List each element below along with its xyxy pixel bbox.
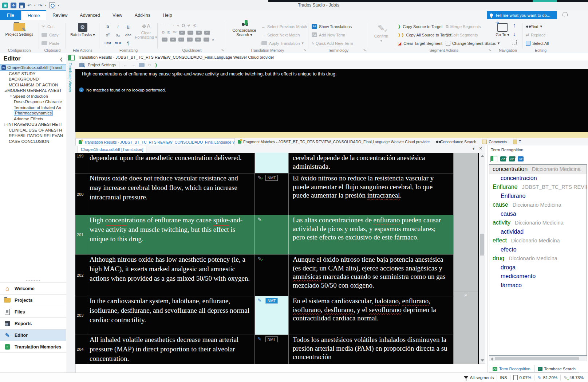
tab-translation-results[interactable]: Translation Results - JOBST_BT_TC_RTS RE… <box>75 138 235 145</box>
nav-files[interactable]: Files <box>0 306 66 317</box>
tab-more[interactable]: T <box>510 138 524 145</box>
termbase-viewer-icon[interactable] <box>490 156 497 162</box>
superscript-button[interactable]: x² <box>103 31 113 39</box>
select-previous-match-button[interactable]: ←Select Previous Match <box>261 22 307 31</box>
customize-qat-icon[interactable]: ▾ <box>58 4 59 7</box>
tag-pair-icon[interactable]: ‹› <box>170 38 176 42</box>
segment-status-cell[interactable]: ✎ NMT <box>255 296 289 335</box>
endash-insert-button[interactable]: – <box>168 23 170 28</box>
nav-editor[interactable]: ✎Editor <box>0 329 66 341</box>
redo-icon[interactable]: ↷ <box>38 3 43 8</box>
preview-icon[interactable] <box>49 2 55 8</box>
nav-translation-memories[interactable]: ≡Translation Memories <box>0 341 66 352</box>
tree-item-speed-of-induction[interactable]: ▷Speed of Induction <box>0 93 66 99</box>
scrollbar-thumb[interactable] <box>480 234 484 256</box>
tab-fragment-matches[interactable]: Fragment Matches - JOBST_BT_TC_RTS REVIE… <box>235 138 433 145</box>
degree-insert-button[interactable]: O <box>182 23 185 28</box>
source-cell[interactable]: All inhaled volatile anesthetics decreas… <box>87 335 255 364</box>
pilcrow-button[interactable]: ¶ <box>123 39 133 47</box>
collapse-sidebar-icon[interactable]: ❮ <box>60 57 63 62</box>
save-icon[interactable] <box>19 3 25 8</box>
terminology-dialog-launcher-icon[interactable]: ⇘ <box>363 48 366 52</box>
copy-source-to-target-button[interactable]: ❭Copy Source to Target <box>398 22 451 31</box>
trademark-insert-button[interactable]: ™ <box>173 30 177 35</box>
tag-pair-icon[interactable]: ‹› <box>187 38 193 42</box>
nav-welcome[interactable]: ⌂Welcome <box>0 282 66 294</box>
tree-collapsed-icon[interactable]: ▷ <box>4 123 7 126</box>
tab-termbase-search[interactable]: ⌕ Termbase Search <box>534 365 579 373</box>
bold-button[interactable]: b <box>103 22 113 31</box>
tree-item-case-study[interactable]: CASE STUDY <box>0 71 66 77</box>
target-cell[interactable]: El óxido nitroso no reduce la resistenci… <box>289 173 453 215</box>
confirm-button[interactable]: ✎ Confirm ▾ <box>368 23 394 43</box>
batch-tasks-button[interactable]: ⚙ Batch Tasks ▾ <box>66 23 99 37</box>
underline-button[interactable]: u <box>123 22 133 31</box>
scroll-up-icon[interactable] <box>481 155 484 157</box>
source-cell[interactable]: High concentrations of enflurane may cau… <box>87 215 255 254</box>
tab-comments[interactable]: Comments <box>479 138 510 145</box>
app-icon[interactable]: ▣ <box>2 3 8 8</box>
notifications-bell-icon[interactable] <box>563 12 568 16</box>
concordance-search-button[interactable]: Concordance Search ▾ <box>230 23 259 37</box>
tree-item-dose-response[interactable]: Dose-Response Characte <box>0 99 66 105</box>
tree-item-document[interactable]: WChaper15.docx.sdlxliff [Transl <box>0 64 66 71</box>
tab-home[interactable]: Home <box>21 10 46 20</box>
tree-item-background[interactable]: BACKGROUND <box>0 77 66 82</box>
tree-item-rehabilitation[interactable]: REHABILITATION RELEVAN <box>0 133 66 139</box>
term-list-horizontal-scrollbar[interactable] <box>489 356 587 361</box>
termbase-viewer-icon[interactable] <box>68 55 75 61</box>
newline-insert-button[interactable]: ↵ <box>188 23 191 28</box>
term-settings-gear-icon[interactable]: Az⚙ <box>509 156 515 161</box>
tree-collapsed-icon[interactable]: ▷ <box>9 94 13 98</box>
copy-all-source-to-target-button[interactable]: ❭❭Copy All Source to Target <box>398 31 451 39</box>
segment-status-cell[interactable]: ✎ NMT <box>255 335 289 364</box>
term-entry[interactable]: effectDiccionario Medicina <box>489 236 587 245</box>
rlm-button[interactable]: RLM <box>113 39 123 47</box>
italic-button[interactable]: i <box>113 22 123 31</box>
source-cell[interactable]: Nitrous oxide does not reduce vascular r… <box>87 173 255 215</box>
add-new-term-button[interactable]: AzAdd New Term <box>312 31 368 39</box>
scroll-down-icon[interactable] <box>481 359 484 362</box>
merge-segments-button[interactable]: ⧉Merge Segments <box>446 22 500 31</box>
tab-view[interactable]: View <box>106 10 129 20</box>
insert-mode-indicator[interactable]: INS <box>497 375 510 381</box>
smallcaps-button[interactable]: Abc <box>123 31 133 39</box>
term-translation[interactable]: medicamento <box>489 272 587 281</box>
tag-pair-icon[interactable]: ‹› <box>196 31 202 35</box>
segment-status-cell[interactable]: ✎ NMT <box>255 173 289 215</box>
source-cell[interactable]: dependent upon the anesthetic concentrat… <box>87 153 255 173</box>
tree-item-modern-general[interactable]: ◢MODERN GENERAL ANEST <box>0 88 66 94</box>
target-cell[interactable]: En el sistema cardiovascular, halotano, … <box>289 296 453 335</box>
tab-help[interactable]: Help <box>157 10 178 20</box>
tree-item-mechanism[interactable]: MECHANISM OF ACTION <box>0 82 66 88</box>
paste-button[interactable]: Paste <box>42 39 66 47</box>
tab-term-recognition[interactable]: Az Term Recognition <box>489 365 534 373</box>
source-cell[interactable]: In the cardiovascular system, halothane,… <box>87 296 255 335</box>
tag-pair-icon[interactable]: ‹› <box>178 38 184 42</box>
tag-pair-icon[interactable]: ‹› <box>188 31 193 35</box>
untranslated-percent[interactable]: 0.07% <box>510 375 534 381</box>
tab-addins[interactable]: Add-Ins <box>129 10 157 20</box>
translated-percent[interactable]: ✎ 48.73% <box>560 375 587 381</box>
project-settings-button[interactable]: Project Settings <box>0 23 39 36</box>
add-term-icon[interactable]: Az+ <box>500 156 506 161</box>
tools-icon[interactable]: ✂ <box>148 63 151 67</box>
grid-vertical-scrollbar[interactable] <box>479 153 485 364</box>
termbase-viewer-tab[interactable]: Termbase Viewer <box>68 63 72 92</box>
quick-add-new-term-button[interactable]: ϟQuick Add New Term <box>312 39 368 47</box>
segment-status-cell[interactable]: ✎ <box>255 254 289 296</box>
term-options-icon[interactable]: Az <box>518 156 524 161</box>
segment-status-cell[interactable] <box>255 153 289 173</box>
tree-item-adverse-effects[interactable]: Adverse Effects <box>0 116 66 122</box>
quickinsert-dialog-launcher-icon[interactable]: ⇘ <box>221 48 224 52</box>
next-result-icon[interactable]: → <box>131 62 135 68</box>
more-quickinsert-icon[interactable]: » <box>212 37 214 42</box>
tab-advanced[interactable]: Advanced <box>74 10 106 20</box>
sidebar-splitter[interactable]: ▪▪▪▪▪▪▪▪▪ <box>0 279 67 282</box>
term-translation[interactable]: actividad <box>489 227 587 237</box>
euro-insert-button[interactable]: € <box>193 23 196 28</box>
tab-file[interactable]: File <box>0 10 21 20</box>
nav-projects[interactable]: Projects <box>0 294 66 306</box>
select-all-button[interactable]: Select All <box>526 39 559 47</box>
segment-filter[interactable]: All segments <box>461 375 497 381</box>
